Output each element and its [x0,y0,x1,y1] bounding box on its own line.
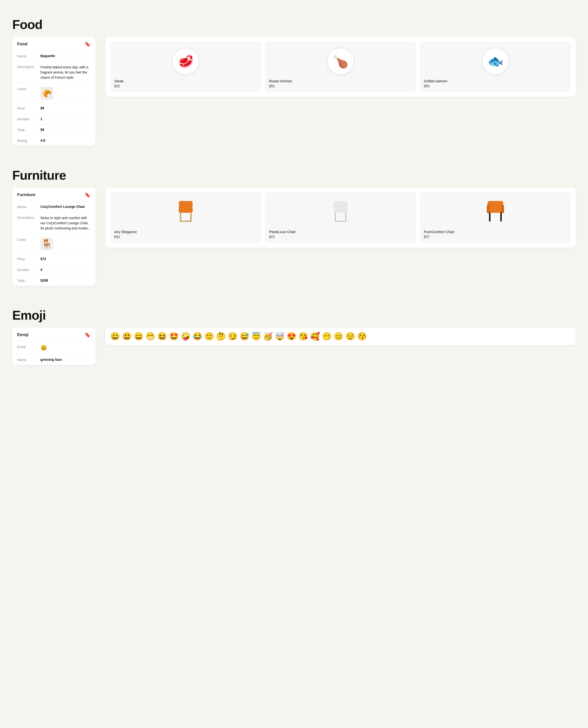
emoji-item-7[interactable]: 😂 [193,332,202,340]
emoji-item-18[interactable]: 😶 [322,332,332,340]
svg-rect-9 [345,212,346,222]
food-rating-row: Rating 4.8 [12,135,96,146]
svg-rect-13 [487,205,489,213]
emoji-item-21[interactable]: 😚 [357,332,367,340]
food-total-label: Total... [17,128,40,132]
food-chicken-price: $52 [269,84,275,88]
emoji-item-10[interactable]: 😏 [228,332,238,340]
emoji-grid-panel: 😀😃😄😁😆🤩🤪😂🙂🤔😏😅😇🥳🤯😍😘🥰😶😑😌😚 [105,327,576,345]
food-desc-value: Freshly baked every day, with a fragrant… [40,65,91,80]
furniture-pure-price: $37 [424,235,429,239]
food-salmon-image: 🐟 [424,46,567,76]
food-price-row: Price $8 [12,103,96,114]
furniture-product-pure[interactable]: PureComfort Chair $37 [420,193,571,243]
food-chicken-plate: 🍗 [327,48,354,75]
emoji-item-14[interactable]: 🤯 [275,332,285,340]
furniture-number-row: Number 4 [12,264,96,275]
emoji-name-label: Name [17,358,40,362]
food-card-header-title: Food [17,42,27,46]
svg-rect-4 [190,212,192,222]
emoji-item-20[interactable]: 😌 [345,332,355,340]
emoji-item-9[interactable]: 🤔 [216,332,226,340]
emoji-item-15[interactable]: 😍 [287,332,296,340]
furniture-product-plasti[interactable]: PlastiLuxe Chair $22 [265,193,416,243]
food-steak-emoji: 🥩 [178,54,194,69]
emoji-item-17[interactable]: 🥰 [310,332,320,340]
food-name-row: Name Baguette [12,51,96,62]
food-detail-card: Food 🔖 Name Baguette Description Freshly… [12,37,96,146]
food-chicken-image: 🍗 [269,46,412,76]
emoji-section-row: Emoji 🔖 Emoji 😀 Name grinning face 😀😃😄😁😆… [12,327,576,375]
furniture-total-value: $288 [40,279,91,282]
food-product-salmon[interactable]: 🐟 Grilled salmon $56 [420,42,571,92]
svg-rect-2 [179,201,193,207]
food-salmon-emoji: 🐟 [487,54,503,69]
food-products-panel: 🥩 Steak $32 🍗 Roast chicken $52 [105,37,576,97]
svg-rect-5 [181,221,191,222]
furniture-airy-name: Airy Elegance [114,230,137,234]
furniture-section-title: Furniture [12,161,576,187]
food-product-chicken[interactable]: 🍗 Roast chicken $52 [265,42,416,92]
emoji-item-11[interactable]: 😅 [239,332,249,340]
emoji-item-3[interactable]: 😁 [146,332,155,340]
emoji-item-12[interactable]: 😇 [251,332,261,340]
furniture-plasti-name: PlastiLuxe Chair [269,230,296,234]
emoji-item-16[interactable]: 😘 [298,332,308,340]
furniture-pure-name: PureComfort Chair [424,230,455,234]
svg-rect-14 [502,205,504,213]
furniture-total-label: Total... [17,279,40,283]
food-steak-name: Steak [114,79,124,83]
food-cover-image: 🥐 [40,87,53,100]
furniture-plasti-image [269,197,412,227]
furniture-card-header-title: Furniture [17,193,36,197]
food-total-row: Total... $8 [12,124,96,135]
food-name-value: Baguette [40,54,91,58]
furniture-cover-emoji: 🪑 [41,239,52,249]
furniture-airy-price: $32 [114,235,120,239]
food-card-header: Food 🔖 [12,37,96,51]
food-desc-row: Description Freshly baked every day, wit… [12,62,96,84]
food-cover-emoji: 🥐 [42,89,51,98]
furniture-number-label: Number [17,268,40,272]
food-name-label: Name [17,54,40,58]
svg-rect-15 [489,212,490,222]
food-rating-value: 4.8 [40,139,91,142]
furniture-price-value: $72 [40,257,91,261]
furniture-number-value: 4 [40,268,91,271]
svg-rect-3 [180,212,181,222]
emoji-item-4[interactable]: 😆 [157,332,167,340]
emoji-item-13[interactable]: 🥳 [263,332,273,340]
emoji-item-0[interactable]: 😀 [110,332,120,340]
food-chicken-name: Roast chicken [269,79,292,83]
svg-rect-7 [334,201,348,207]
furniture-card-header: Furniture 🔖 [12,187,96,201]
food-salmon-price: $56 [424,84,429,88]
emoji-item-8[interactable]: 🙂 [204,332,214,340]
furniture-desc-value: Relax in style and comfort with our Cozy… [40,216,91,231]
furniture-cover-label: Cover [17,238,40,242]
svg-rect-8 [335,212,336,222]
furniture-name-value: CozyComfort Lounge Chair [40,205,91,208]
emoji-item-6[interactable]: 🤪 [181,332,191,340]
furniture-price-row: Price $72 [12,254,96,264]
emoji-item-19[interactable]: 😑 [334,332,343,340]
emoji-item-1[interactable]: 😃 [122,332,132,340]
food-bookmark-icon[interactable]: 🔖 [85,41,91,47]
food-product-steak[interactable]: 🥩 Steak $32 [110,42,261,92]
emoji-bookmark-icon[interactable]: 🔖 [85,332,91,338]
furniture-bookmark-icon[interactable]: 🔖 [85,192,91,198]
furniture-product-airy[interactable]: Airy Elegance $32 [110,193,261,243]
furniture-plasti-price: $22 [269,235,275,239]
svg-rect-16 [500,212,502,222]
furniture-pure-image [424,197,567,227]
emoji-detail-card: Emoji 🔖 Emoji 😀 Name grinning face [12,327,96,365]
emoji-item-2[interactable]: 😄 [134,332,144,340]
food-steak-image: 🥩 [114,46,257,76]
emoji-item-5[interactable]: 🤩 [169,332,179,340]
food-steak-plate: 🥩 [172,48,199,75]
food-salmon-name: Grilled salmon [424,79,447,83]
emoji-emoji-row: Emoji 😀 [12,341,96,355]
food-section-row: Food 🔖 Name Baguette Description Freshly… [12,37,576,156]
furniture-desc-label: Description [17,216,40,220]
food-number-value: 1 [40,117,91,121]
